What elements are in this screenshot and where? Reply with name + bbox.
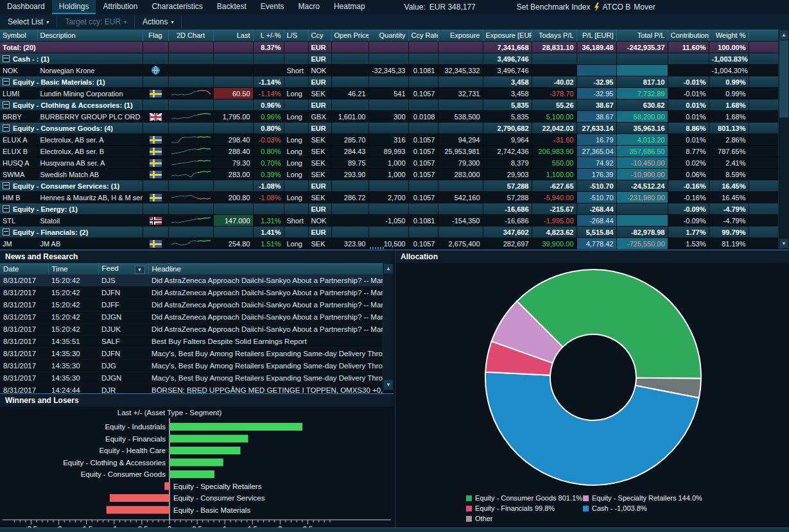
news-row[interactable]: 8/31/201715:20:42DJFNDid AstraZeneca App… bbox=[0, 287, 383, 299]
news-row[interactable]: 8/31/201715:20:42DJUKDid AstraZeneca App… bbox=[0, 323, 383, 336]
col-header-contrib[interactable]: Contribution bbox=[668, 30, 709, 42]
col-header-weight[interactable]: Weight % bbox=[709, 30, 749, 42]
news-cell-feed: DJG bbox=[98, 360, 148, 372]
collapse-icon[interactable] bbox=[3, 78, 10, 85]
cell-ccy: SEK bbox=[308, 146, 331, 157]
col-header-open[interactable]: Open Price bbox=[331, 30, 368, 42]
cell-pl: 5,515.84 bbox=[577, 227, 616, 238]
news-col-header-headline[interactable]: Headline bbox=[148, 263, 383, 275]
panel-resize-grip[interactable] bbox=[370, 247, 384, 249]
group-row[interactable]: Equity - Energy: (1)EUR-16,686-215.67-26… bbox=[0, 203, 779, 215]
holdings-grid: SymbolDescriptionFlag2D ChartLastL +/-%L… bbox=[0, 30, 789, 249]
bar-label: Equity - Consumer Services bbox=[173, 494, 265, 502]
se-flag-icon bbox=[150, 148, 162, 155]
group-row[interactable]: Equity - Clothing & Accessories: (1)0.96… bbox=[0, 99, 779, 111]
col-header-ls[interactable]: L/S bbox=[284, 30, 308, 42]
col-header-qty[interactable]: Quantity bbox=[368, 30, 408, 42]
cell-rate bbox=[408, 53, 438, 65]
legend-label: Equity - Financials 99.8% bbox=[475, 504, 555, 512]
col-header-desc[interactable]: Description bbox=[37, 30, 143, 42]
news-row[interactable]: 8/31/201714:35:30DJFNMacy's, Best Buy Am… bbox=[0, 348, 383, 360]
holding-row[interactable]: HUSQ AHusqvarna AB ser. A79.300.70%LongS… bbox=[0, 157, 779, 169]
group-row[interactable]: Equity - Financials: (2)1.41%EUR347,6024… bbox=[0, 227, 779, 238]
collapse-icon[interactable] bbox=[3, 55, 10, 62]
cell-last: 254.80 bbox=[213, 238, 253, 250]
col-header-last[interactable]: Last bbox=[213, 30, 253, 42]
scrollbar-thumb[interactable] bbox=[779, 40, 788, 117]
news-col-header-date[interactable]: Date bbox=[0, 263, 48, 275]
col-header-total[interactable]: Total P/L bbox=[616, 30, 668, 42]
cell-rate: 0.1057 bbox=[408, 157, 438, 169]
news-row[interactable]: 8/31/201714:35:51SALFBest Buy Falters De… bbox=[0, 336, 383, 348]
scroll-down-button[interactable]: ▼ bbox=[384, 380, 393, 390]
col-header-chart[interactable]: 2D Chart bbox=[168, 30, 213, 42]
col-header-expEur[interactable]: Exposure [EUR] bbox=[483, 30, 532, 42]
holding-row[interactable]: JMJM AB254.801.51%LongSEK323.9010,5000.1… bbox=[0, 238, 779, 250]
tab-characteristics[interactable]: Characteristics bbox=[144, 0, 209, 14]
col-header-exposure[interactable]: Exposure bbox=[438, 30, 483, 42]
select-list-button[interactable]: Select List▾ bbox=[0, 15, 57, 28]
cell-today: 28,831.10 bbox=[532, 42, 577, 53]
col-header-chg[interactable]: L +/-% bbox=[253, 30, 284, 42]
holding-row[interactable]: BRBYBURBERRY GROUP PLC ORD 0.05P1,795.00… bbox=[0, 111, 779, 123]
collapse-icon[interactable] bbox=[3, 124, 10, 132]
cell-expEur: 9,964 bbox=[483, 134, 532, 146]
actions-button[interactable]: Actions▾ bbox=[135, 15, 182, 28]
cell-rate bbox=[408, 123, 438, 134]
holding-row[interactable]: SWMASwedish Match AB283.000.39%LongSEK29… bbox=[0, 169, 779, 180]
collapse-icon[interactable] bbox=[3, 182, 10, 189]
scroll-down-button[interactable]: ▼ bbox=[779, 239, 788, 248]
col-header-flag[interactable]: Flag bbox=[143, 30, 168, 42]
scroll-up-button[interactable]: ▲ bbox=[384, 264, 393, 273]
group-row[interactable]: Equity - Consumer Services: (1)-1.08%EUR… bbox=[0, 180, 779, 192]
news-col-header-feed[interactable]: Feed▼ bbox=[98, 263, 148, 275]
scroll-up-button[interactable]: ▲ bbox=[779, 30, 788, 40]
collapse-icon[interactable] bbox=[3, 101, 10, 108]
holding-row[interactable]: NOKNorwegian KroneShortNOK-32,345,330.10… bbox=[0, 65, 779, 76]
news-col-header-time[interactable]: Time bbox=[48, 263, 98, 275]
tab-backtest[interactable]: Backtest bbox=[210, 0, 254, 14]
cell-chg: 0.80% bbox=[253, 123, 284, 134]
holdings-scrollbar[interactable]: ▲ ▼ bbox=[778, 30, 789, 249]
group-row[interactable]: Cash - : (1)EUR3,496,746-1,003.83% bbox=[0, 53, 779, 65]
news-scrollbar[interactable]: ▲ ▼ bbox=[383, 263, 394, 390]
set-benchmark-link[interactable]: Set Benchmark Index bbox=[517, 3, 591, 12]
cell-open: 293.90 bbox=[331, 169, 368, 180]
cell-chart bbox=[168, 65, 213, 76]
news-cell-feed: DJFN bbox=[98, 287, 148, 299]
cell-desc: Electrolux, AB ser. A bbox=[37, 134, 143, 146]
holding-row[interactable]: LUMILundin Mining Corporation60.50-1.14%… bbox=[0, 88, 779, 99]
col-header-ccy[interactable]: Ccy bbox=[308, 30, 331, 42]
holding-row[interactable]: ELUX BElectrolux, AB ser. B288.400.80%Lo… bbox=[0, 146, 779, 157]
feed-filter-dropdown[interactable]: ▼ bbox=[135, 266, 145, 274]
benchmark-symbol[interactable]: ATCO B bbox=[603, 3, 631, 12]
collapse-icon[interactable] bbox=[3, 228, 10, 236]
holding-row[interactable]: ELUX AElectrolux, AB ser. A298.40-0.03%L… bbox=[0, 134, 779, 146]
col-header-rate[interactable]: Ccy Rate bbox=[408, 30, 438, 42]
tab-attribution[interactable]: Attribution bbox=[96, 0, 144, 14]
cell-qty bbox=[368, 76, 408, 88]
col-header-today[interactable]: Todays P/L bbox=[532, 30, 577, 42]
news-row[interactable]: 8/31/201714:35:30DJGMacy's, Best Buy Amo… bbox=[0, 360, 383, 372]
news-row[interactable]: 8/31/201715:20:42DJSDid AstraZeneca Appr… bbox=[0, 275, 383, 287]
tab-dashboard[interactable]: Dashboard bbox=[0, 0, 52, 14]
news-row[interactable]: 8/31/201715:20:42DJFFDid AstraZeneca App… bbox=[0, 299, 383, 311]
tab-events[interactable]: Events bbox=[254, 0, 291, 14]
cell-weight: 0.99% bbox=[709, 88, 749, 99]
news-row[interactable]: 8/31/201715:20:42DJGNDid AstraZeneca App… bbox=[0, 311, 383, 323]
news-row[interactable]: 8/31/201714:35:30DJGNMacy's, Best Buy Am… bbox=[0, 372, 383, 384]
tab-heatmap[interactable]: Heatmap bbox=[327, 0, 372, 14]
holding-row[interactable]: STLStatoil147.0001.31%ShortNOK-1,0500.10… bbox=[0, 215, 779, 227]
group-row[interactable]: Equity - Basic Materials: (1)-1.14%EUR3,… bbox=[0, 76, 779, 88]
col-header-sym[interactable]: Symbol bbox=[0, 30, 37, 42]
holding-row[interactable]: HM BHennes & Mauritz AB, H & M ser. B200… bbox=[0, 192, 779, 203]
tab-macro[interactable]: Macro bbox=[291, 0, 327, 14]
group-row[interactable]: Equity - Consumer Goods: (4)0.80%EUR2,79… bbox=[0, 123, 779, 134]
cell-today: 39,900.00 bbox=[532, 238, 577, 250]
total-row[interactable]: Total: (20)8.37%EUR7,341,66828,831.1036,… bbox=[0, 42, 779, 53]
col-header-pl[interactable]: P/L [EUR] bbox=[577, 30, 616, 42]
collapse-icon[interactable] bbox=[3, 205, 10, 212]
cell-desc: Norwegian Krone bbox=[37, 65, 143, 76]
tab-holdings[interactable]: Holdings bbox=[52, 0, 96, 14]
cell-chg: 0.96% bbox=[253, 99, 284, 111]
